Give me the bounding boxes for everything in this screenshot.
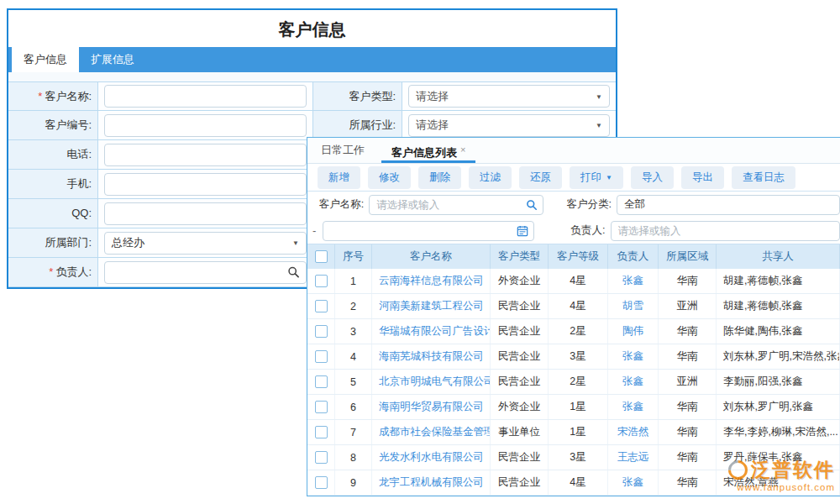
customer-type: 民营企业 [491, 344, 549, 369]
form-row: 手机: ▼ [8, 170, 312, 199]
field-input[interactable]: ▼ [104, 173, 307, 196]
field-input[interactable]: ▼ [104, 261, 307, 284]
form-row: 所属行业: 请选择 ▼ [313, 111, 616, 140]
shared-people: 刘东林,罗广明,宋浩然,张鑫 [717, 344, 840, 369]
toolbar-button[interactable]: 还原▼ [519, 166, 562, 189]
filter-row-2: - 负责人: [307, 218, 840, 244]
toolbar-button[interactable]: 过滤▼ [469, 166, 512, 189]
customer-name-link[interactable]: 海南明华贸易有限公司 [372, 395, 491, 419]
field-select[interactable]: 请选择 ▼ [408, 85, 610, 108]
region: 华南 [659, 269, 717, 293]
owner-link[interactable]: 张鑫 [608, 269, 659, 293]
field-label: 电话: [8, 140, 98, 169]
owner-link[interactable]: 宋浩然 [608, 420, 659, 444]
owner-link[interactable]: 张鑫 [608, 395, 659, 419]
toolbar-button-label: 修改 [379, 171, 400, 185]
close-icon[interactable]: × [460, 144, 465, 155]
field-value: 请选择 [409, 89, 449, 104]
select-all-checkbox[interactable] [315, 250, 328, 263]
field-input[interactable]: ▼ [104, 144, 307, 166]
toolbar-button[interactable]: 导出▼ [681, 166, 724, 189]
customer-name-link[interactable]: 河南美新建筑工程公司 [372, 294, 491, 318]
owner-link[interactable]: 张鑫 [608, 344, 659, 369]
customer-name-link[interactable]: 海南芜城科技有限公司 [372, 344, 491, 369]
shared-people: 李勤丽,阳强,张鑫 [717, 370, 840, 394]
shared-people: 罗丹,薛保丰,张鑫 [717, 445, 840, 470]
owner-link[interactable]: 陶伟 [608, 319, 659, 344]
date-filter-input[interactable] [323, 222, 533, 240]
customer-type: 民营企业 [491, 319, 549, 344]
toolbar-button[interactable]: 打印▼ [570, 166, 623, 189]
customer-name-filter[interactable] [369, 195, 543, 215]
row-checkbox[interactable] [315, 325, 328, 338]
customer-type: 外资企业 [491, 395, 549, 419]
list-toolbar: 新增▼ 修改▼ 删除▼ 过滤▼ 还原▼ 打印▼ [307, 164, 840, 192]
customer-type: 外资企业 [491, 269, 549, 293]
field-label: 客户编号: [8, 111, 98, 139]
row-no: 4 [335, 344, 372, 369]
table-row: 9 龙宇工程机械有限公司 民营企业 4星 张鑫 华南 宋浩然,章燕 [307, 470, 840, 496]
owner-filter[interactable] [611, 221, 840, 241]
category-filter[interactable] [617, 195, 840, 215]
customer-type: 事业单位 [491, 420, 549, 444]
field-input[interactable]: ▼ [104, 85, 307, 108]
row-checkbox[interactable] [315, 375, 328, 388]
row-checkbox[interactable] [315, 426, 328, 438]
toolbar-button[interactable]: 修改▼ [368, 166, 411, 189]
calendar-icon[interactable] [517, 225, 528, 237]
form-tab[interactable]: 扩展信息 [79, 47, 146, 72]
customer-level: 3星 [549, 344, 608, 369]
customer-name-link[interactable]: 北京市明城电气有限公司 [372, 370, 491, 394]
field-select[interactable]: 请选择 ▼ [408, 114, 610, 137]
toolbar-button[interactable]: 删除▼ [418, 166, 461, 189]
customer-name-link[interactable]: 成都市社会保险基金管理... [372, 420, 491, 444]
owner-link[interactable]: 张鑫 [608, 370, 659, 394]
panel-tab[interactable]: 日常工作× [307, 138, 378, 163]
toolbar-button[interactable]: 新增▼ [318, 166, 360, 189]
row-checkbox[interactable] [315, 275, 328, 287]
field-label-text: QQ: [71, 207, 92, 219]
row-checkbox[interactable] [315, 401, 328, 413]
owner-link[interactable]: 张鑫 [608, 470, 659, 495]
form-tab[interactable]: 客户信息 [12, 47, 79, 72]
col-region: 所属区域 [659, 244, 717, 269]
form-row: 电话: ▼ [8, 140, 312, 170]
toolbar-button-label: 还原 [530, 171, 551, 185]
field-label-text: 负责人: [55, 265, 92, 278]
shared-people: 陈华健,陶伟,张鑫 [717, 319, 840, 344]
owner-link[interactable]: 王志远 [608, 445, 659, 470]
search-icon[interactable] [526, 199, 538, 211]
field-input[interactable]: ▼ [104, 114, 307, 137]
field-value: 请选择 [409, 118, 449, 133]
customer-name-link[interactable]: 龙宇工程机械有限公司 [372, 470, 491, 495]
customer-name-link[interactable]: 云南海祥信息有限公司 [372, 269, 491, 293]
field-input[interactable]: 总经办 ▼ [104, 232, 307, 255]
row-checkbox[interactable] [315, 451, 328, 464]
col-customer-name: 客户名称 [372, 244, 491, 269]
toolbar-button[interactable]: 查看日志▼ [732, 166, 795, 189]
field-label-text: 电话: [66, 148, 92, 160]
row-no: 3 [335, 319, 372, 344]
col-owner: 负责人 [608, 244, 659, 269]
form-row: 客户类型: 请选择 ▼ [313, 81, 616, 111]
field-input[interactable]: ▼ [104, 202, 307, 225]
panel-tab[interactable]: 客户信息列表× [378, 138, 479, 163]
row-checkbox[interactable] [315, 350, 328, 363]
owner-link[interactable]: 胡雪 [608, 294, 659, 318]
region: 华南 [659, 470, 717, 495]
table-row: 7 成都市社会保险基金管理... 事业单位 1星 宋浩然 华南 李华,李婷,柳琳… [307, 420, 840, 445]
date-filter[interactable] [323, 221, 534, 241]
customer-name-link[interactable]: 光发水利水电有限公司 [372, 445, 491, 470]
customer-name-filter-input[interactable] [370, 196, 542, 214]
row-checkbox[interactable] [315, 300, 328, 312]
owner-filter-input[interactable] [612, 222, 839, 240]
owner-filter-label: 负责人: [559, 223, 606, 238]
region: 华南 [659, 445, 717, 470]
field-value: 总经办 [105, 235, 144, 250]
row-checkbox[interactable] [315, 476, 328, 489]
field-label-text: 所属部门: [45, 236, 92, 249]
customer-name-link[interactable]: 华瑞城有限公司广告设计部 [372, 319, 491, 344]
field-label: 手机: [8, 170, 98, 198]
category-filter-input[interactable] [617, 196, 839, 214]
toolbar-button[interactable]: 导入▼ [631, 166, 674, 189]
